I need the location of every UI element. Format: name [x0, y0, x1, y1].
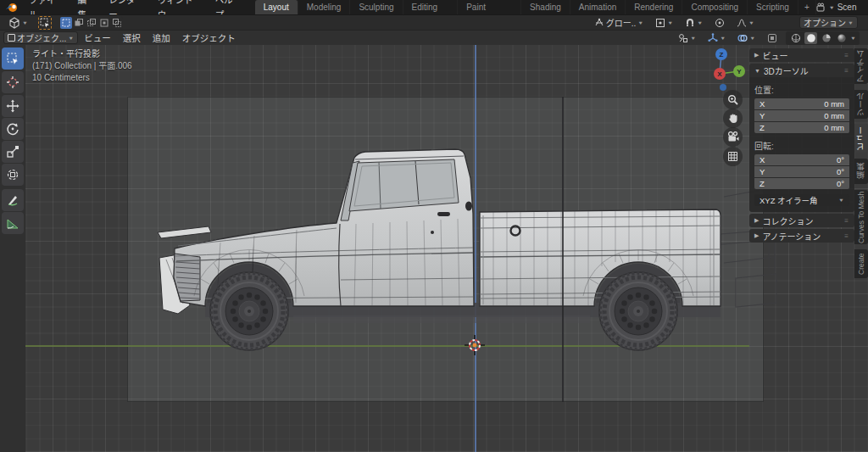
orthographic-toggle-button[interactable]: [723, 147, 743, 166]
tool-measure[interactable]: [2, 212, 24, 234]
panel-annotation[interactable]: ▶ アノテーション ≡: [749, 229, 854, 243]
collection-object-name: (171) Collection | 平面.006: [32, 60, 132, 72]
collapse-arrow-icon: ▶: [754, 232, 759, 239]
tab-edit[interactable]: 編集: [854, 159, 868, 184]
rotation-x-field[interactable]: X0°: [754, 154, 849, 165]
xray-icon: [767, 33, 777, 43]
scene-selector[interactable]: ▼ Scen: [816, 3, 868, 13]
panel-collection[interactable]: ▶ コレクション ≡: [749, 214, 854, 227]
panel-3d-cursor[interactable]: ▼ 3Dカーソル ≡: [749, 64, 854, 77]
add-workspace-button[interactable]: +: [798, 0, 816, 14]
tool-move[interactable]: [2, 95, 24, 117]
panel-view[interactable]: ▶ ビュー ≡: [749, 48, 854, 62]
camera-view-button[interactable]: [723, 127, 743, 147]
location-y-field[interactable]: Y0 mm: [754, 110, 849, 121]
pivot-point-dropdown[interactable]: ▼: [652, 16, 676, 29]
tool-annotate[interactable]: [2, 189, 24, 211]
menu-add[interactable]: 追加: [147, 31, 176, 46]
xray-toggle[interactable]: [764, 31, 781, 44]
zoom-button[interactable]: [723, 90, 743, 109]
tab-create[interactable]: Create: [854, 249, 868, 278]
proportional-edit-toggle[interactable]: [711, 16, 728, 29]
gizmo-toggle[interactable]: ▼: [704, 31, 729, 44]
collapse-arrow-icon: ▶: [754, 52, 759, 59]
overlays-toggle[interactable]: ▼: [734, 31, 759, 44]
wireframe-sphere-icon: [791, 33, 801, 43]
location-x-field[interactable]: X0 mm: [754, 98, 849, 109]
mode-label: オブジェク...: [17, 31, 66, 44]
editor-type-dropdown[interactable]: ▼: [5, 16, 31, 29]
hand-icon: [727, 113, 738, 124]
menu-select[interactable]: 選択: [117, 31, 147, 46]
select-mode-new[interactable]: [60, 17, 72, 29]
shading-wireframe-button[interactable]: [789, 32, 802, 44]
active-tool-indicator[interactable]: [38, 16, 52, 30]
chevron-down-icon: ▼: [829, 5, 835, 10]
move-icon: [6, 99, 19, 113]
panel-grip-icon: ≡: [844, 217, 849, 225]
viewport-3d[interactable]: ライト・平行投影 (171) Collection | 平面.006 10 Ce…: [0, 45, 868, 452]
menu-object[interactable]: オブジェクト: [176, 31, 242, 46]
chevron-down-icon: ▼: [848, 20, 854, 25]
tab-scripting[interactable]: Scripting: [748, 0, 798, 14]
menu-view[interactable]: ビュー: [78, 31, 117, 46]
scene-name: Scen: [837, 3, 857, 12]
proportional-circle-icon: [715, 18, 725, 28]
tab-uv-editing[interactable]: UV Editing: [403, 0, 459, 14]
select-box-icon: [40, 18, 50, 28]
falloff-curve-icon: [737, 18, 747, 28]
truck-model[interactable]: [127, 97, 780, 402]
tab-compositing[interactable]: Compositing: [682, 0, 748, 14]
tab-shading[interactable]: Shading: [521, 0, 570, 14]
transform-orientation-dropdown[interactable]: グロー.. ▼: [591, 16, 648, 29]
camera-icon: [727, 131, 739, 142]
mode-dropdown[interactable]: オブジェク... ▼: [3, 31, 78, 44]
grid-icon: [727, 151, 738, 162]
overlays-icon: [737, 33, 748, 43]
transform-icon: [6, 168, 19, 181]
blender-logo-icon[interactable]: [5, 2, 19, 13]
tab-curves-to-mesh[interactable]: Curves To Mesh: [854, 190, 868, 244]
tab-animation[interactable]: Animation: [570, 0, 626, 14]
navigation-gizmo[interactable]: Z Y X: [704, 45, 754, 96]
rotation-y-field[interactable]: Y0°: [754, 166, 849, 177]
gizmo-icon: [708, 33, 718, 43]
select-mode-invert[interactable]: [98, 17, 110, 29]
proportional-falloff-dropdown[interactable]: ▼: [733, 16, 758, 29]
tool-transform[interactable]: [2, 164, 24, 186]
shading-rendered-button[interactable]: [835, 32, 848, 44]
tab-texture-paint[interactable]: Texture Paint: [458, 0, 521, 14]
gizmo-neg-z-axis[interactable]: [720, 84, 726, 91]
tab-sculpting[interactable]: Sculpting: [350, 0, 403, 14]
shading-material-button[interactable]: [820, 32, 832, 44]
tab-view[interactable]: ビュー: [854, 124, 868, 153]
location-fields: X0 mm Y0 mm Z0 mm: [754, 98, 849, 133]
location-z-field[interactable]: Z0 mm: [754, 122, 849, 133]
tab-tool[interactable]: ツール: [854, 90, 868, 119]
tool-cursor[interactable]: [2, 71, 24, 93]
tool-scale[interactable]: [2, 141, 24, 163]
options-dropdown[interactable]: オプション ▼: [799, 16, 858, 29]
tab-layout[interactable]: Layout: [255, 0, 298, 14]
rotation-z-field[interactable]: Z0°: [754, 178, 849, 189]
workspace-tabs: Layout Modeling Sculpting UV Editing Tex…: [255, 0, 816, 14]
tool-select-box[interactable]: [2, 47, 24, 70]
rotate-icon: [6, 122, 19, 136]
annotate-pen-icon: [6, 193, 19, 207]
object-visibility-dropdown[interactable]: ▼: [675, 31, 699, 44]
tab-modeling[interactable]: Modeling: [298, 0, 351, 14]
rotation-mode-dropdown[interactable]: XYZ オイラー角▼: [754, 194, 849, 206]
cursor-3d: [464, 334, 486, 356]
tab-rendering[interactable]: Rendering: [626, 0, 682, 14]
select-mode-extend[interactable]: [73, 17, 85, 29]
tool-rotate[interactable]: [2, 118, 24, 140]
snap-toggle[interactable]: ▼: [682, 16, 706, 29]
pivot-icon: [655, 18, 665, 28]
pan-button[interactable]: [723, 109, 743, 128]
shading-solid-button[interactable]: [804, 32, 817, 44]
select-mode-intersect[interactable]: [111, 17, 123, 29]
select-mode-subtract[interactable]: [86, 17, 97, 29]
rendered-sphere-icon: [837, 33, 847, 43]
rotation-fields: X0° Y0° Z0°: [754, 154, 849, 189]
tab-item[interactable]: アイテム: [854, 48, 868, 84]
